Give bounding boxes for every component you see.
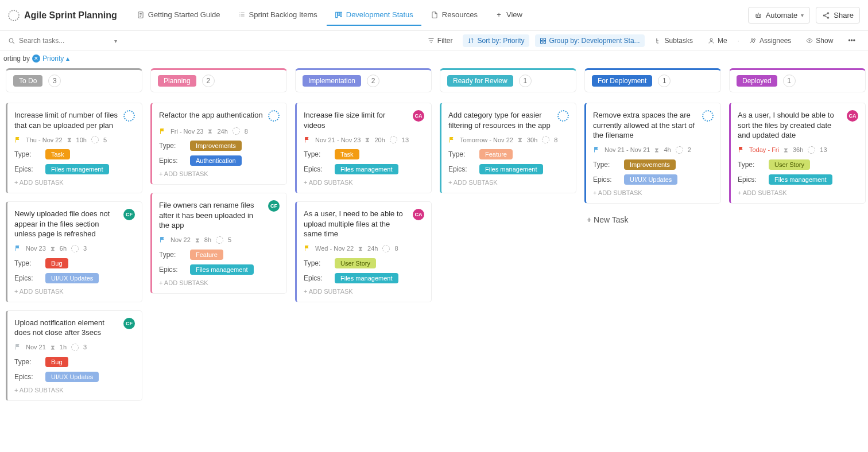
epic-tag[interactable]: Files management	[335, 273, 398, 283]
tab-label: Getting Started Guide	[148, 10, 220, 19]
subtasks-button[interactable]: Subtasks	[650, 34, 698, 47]
sort-caret-icon[interactable]: ▴	[66, 54, 69, 63]
column-header[interactable]: Implementation 2	[295, 68, 432, 92]
task-card[interactable]: Increase file size limit for videos CA N…	[295, 103, 432, 193]
type-label: Type:	[738, 161, 763, 169]
type-tag[interactable]: Improvements	[624, 159, 676, 170]
sort-button[interactable]: Sort by: Priority	[463, 34, 529, 47]
type-tag[interactable]: Bug	[45, 357, 68, 367]
tab-add-view[interactable]: + View	[487, 5, 530, 26]
task-card[interactable]: Increase limit of number of files that c…	[6, 103, 142, 193]
assignee-avatar[interactable]: CF	[123, 318, 135, 329]
type-tag[interactable]: Improvements	[190, 141, 242, 151]
search-input[interactable]	[19, 37, 111, 45]
task-card[interactable]: As a user, I need to be able to upload m…	[295, 201, 432, 302]
assignee-avatar[interactable]	[268, 110, 280, 122]
share-icon	[822, 11, 830, 20]
add-subtask-button[interactable]: + ADD SUBTASK	[304, 179, 424, 186]
epics-label: Epics:	[14, 274, 40, 282]
priority-flag-icon[interactable]	[14, 245, 21, 252]
points-icon	[808, 146, 815, 154]
column-header[interactable]: For Deployment 1	[584, 68, 721, 92]
filter-button[interactable]: Filter	[423, 34, 458, 47]
column-header[interactable]: Planning 2	[150, 68, 287, 92]
assignee-avatar[interactable]: CA	[413, 110, 424, 122]
assignee-avatar[interactable]	[702, 110, 714, 122]
type-tag[interactable]: Task	[45, 149, 70, 159]
priority-flag-icon[interactable]	[448, 137, 455, 143]
share-button[interactable]: Share	[816, 7, 860, 24]
svg-point-18	[809, 40, 810, 41]
me-button[interactable]: Me	[703, 34, 732, 47]
add-subtask-button[interactable]: + ADD SUBTASK	[738, 189, 858, 196]
epic-tag[interactable]: Files management	[45, 164, 109, 174]
assignees-button[interactable]: Assignees	[745, 34, 796, 47]
tab-getting-started[interactable]: Getting Started Guide	[129, 5, 228, 26]
assignee-avatar[interactable]: CF	[268, 200, 280, 212]
task-card[interactable]: Refactor the app authentication Fri - No…	[150, 103, 287, 185]
svg-point-8	[824, 14, 825, 15]
people-icon	[750, 37, 757, 44]
epic-tag[interactable]: UI/UX Updates	[624, 174, 677, 185]
type-tag[interactable]: Feature	[479, 149, 513, 159]
priority-flag-icon[interactable]	[14, 137, 21, 143]
group-button[interactable]: Group by: Development Sta...	[535, 34, 645, 47]
new-task-button[interactable]: + New Task	[584, 212, 721, 228]
tab-resources[interactable]: Resources	[423, 5, 486, 26]
add-subtask-button[interactable]: + ADD SUBTASK	[159, 170, 280, 177]
automate-button[interactable]: Automate ▾	[748, 7, 811, 24]
show-button[interactable]: Show	[801, 34, 838, 47]
add-subtask-button[interactable]: + ADD SUBTASK	[14, 288, 135, 295]
add-subtask-button[interactable]: + ADD SUBTASK	[159, 279, 280, 286]
tab-sprint-backlog[interactable]: Sprint Backlog Items	[230, 5, 326, 26]
column-header[interactable]: Ready for Review 1	[440, 68, 576, 92]
add-subtask-button[interactable]: + ADD SUBTASK	[304, 288, 424, 295]
assignee-avatar[interactable]: CA	[413, 209, 424, 220]
task-card[interactable]: File owners can rename files after it ha…	[150, 193, 287, 294]
card-date: Fri - Nov 23	[170, 128, 203, 135]
clear-sort-button[interactable]: ✕	[32, 54, 40, 63]
assignee-avatar[interactable]	[557, 110, 569, 122]
add-subtask-button[interactable]: + ADD SUBTASK	[14, 387, 135, 393]
priority-flag-icon[interactable]	[304, 137, 311, 143]
task-card[interactable]: Remove extra spaces the are currently al…	[584, 103, 721, 204]
epic-tag[interactable]: Authentication	[190, 155, 242, 166]
svg-rect-1	[336, 12, 338, 17]
tab-development-status[interactable]: Development Status	[327, 5, 421, 26]
task-card[interactable]: Newly uploaded file does not appear in t…	[6, 201, 142, 302]
priority-flag-icon[interactable]	[159, 236, 166, 243]
type-tag[interactable]: Feature	[190, 250, 223, 260]
epic-tag[interactable]: Files management	[190, 264, 254, 275]
assignee-avatar[interactable]: CF	[123, 209, 135, 220]
column-header[interactable]: Deployed 1	[729, 68, 866, 92]
task-card[interactable]: Upload notification element does not clo…	[6, 310, 142, 401]
priority-flag-icon[interactable]	[738, 146, 745, 153]
type-tag[interactable]: Bug	[45, 258, 68, 268]
priority-flag-icon[interactable]	[304, 245, 311, 252]
sort-value[interactable]: Priority	[42, 54, 64, 63]
priority-flag-icon[interactable]	[159, 128, 166, 135]
chevron-down-icon[interactable]: ▾	[114, 38, 117, 44]
type-tag[interactable]: User Story	[769, 159, 810, 170]
priority-flag-icon[interactable]	[593, 146, 600, 153]
more-button[interactable]: •••	[843, 34, 860, 47]
assignee-avatar[interactable]	[123, 110, 135, 122]
column-count: 2	[202, 75, 215, 87]
epic-tag[interactable]: UI/UX Updates	[45, 273, 99, 283]
epic-tag[interactable]: Files management	[479, 164, 543, 174]
add-subtask-button[interactable]: + ADD SUBTASK	[593, 189, 714, 196]
task-card[interactable]: As a user, I should be able to sort the …	[729, 103, 866, 204]
type-tag[interactable]: Task	[335, 149, 359, 159]
column-header[interactable]: To Do 3	[6, 68, 142, 92]
priority-flag-icon[interactable]	[14, 344, 21, 350]
add-subtask-button[interactable]: + ADD SUBTASK	[448, 179, 569, 186]
epic-tag[interactable]: UI/UX Updates	[45, 372, 99, 382]
search-box[interactable]: ▾	[8, 37, 117, 45]
epic-tag[interactable]: Files management	[335, 164, 398, 174]
assignee-avatar[interactable]: CA	[847, 110, 858, 122]
epics-label: Epics:	[304, 165, 329, 173]
epic-tag[interactable]: Files management	[769, 174, 832, 185]
task-card[interactable]: Add category type for easier filtering o…	[440, 103, 576, 193]
add-subtask-button[interactable]: + ADD SUBTASK	[14, 179, 135, 186]
type-tag[interactable]: User Story	[335, 258, 376, 268]
